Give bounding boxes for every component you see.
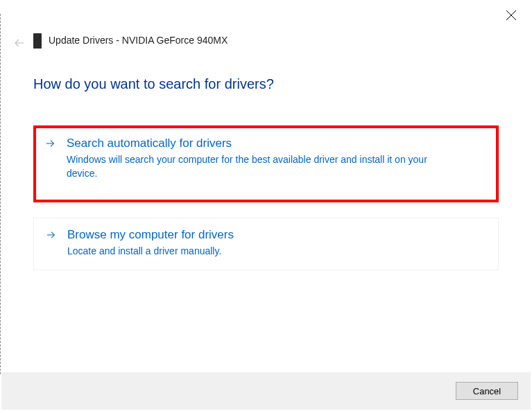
- option-description: Windows will search your computer for th…: [67, 153, 455, 180]
- option-description: Locate and install a driver manually.: [67, 245, 456, 259]
- device-icon: [33, 33, 42, 47]
- dialog-header: Update Drivers - NVIDIA GeForce 940MX: [33, 33, 228, 47]
- back-button[interactable]: [14, 37, 25, 49]
- close-button[interactable]: [506, 10, 517, 21]
- arrow-right-icon: [46, 137, 58, 180]
- window-left-edge: [0, 14, 1, 374]
- cancel-button[interactable]: Cancel: [456, 382, 518, 400]
- option-title: Browse my computer for drivers: [67, 228, 486, 242]
- option-browse-computer[interactable]: Browse my computer for drivers Locate an…: [33, 218, 499, 270]
- main-content: How do you want to search for drivers? S…: [33, 76, 499, 286]
- option-search-automatically[interactable]: Search automatically for drivers Windows…: [33, 125, 499, 202]
- dialog-title: Update Drivers - NVIDIA GeForce 940MX: [49, 35, 228, 46]
- arrow-right-icon: [46, 228, 59, 259]
- page-heading: How do you want to search for drivers?: [33, 76, 499, 92]
- dialog-footer: Cancel: [1, 372, 531, 410]
- option-title: Search automatically for drivers: [67, 137, 485, 150]
